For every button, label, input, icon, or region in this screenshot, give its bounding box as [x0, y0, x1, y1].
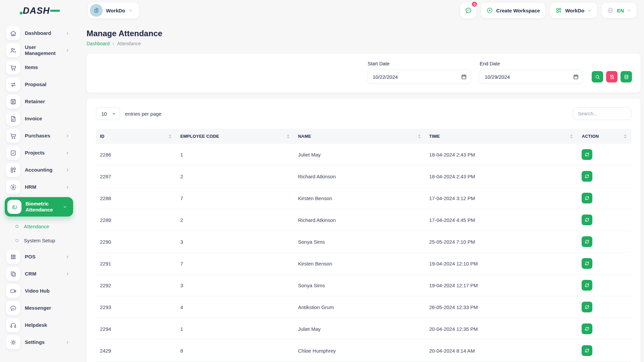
cart-icon [6, 60, 20, 74]
sidebar-item-purchases[interactable]: Purchases [6, 129, 72, 143]
sidebar-item-hrm[interactable]: HRM [6, 180, 72, 194]
table-search-input[interactable] [573, 107, 631, 120]
workspace-name: WorkDo [106, 8, 125, 13]
sidebar-item-label: Invoice [25, 116, 72, 122]
cell-employee-code: 3 [176, 275, 294, 296]
row-sync-button[interactable] [582, 193, 592, 203]
sidebar-item-label: Dashboard [25, 30, 65, 36]
clear-filter-button[interactable] [606, 71, 618, 82]
row-sync-button[interactable] [582, 215, 592, 225]
chevron-right-icon [65, 255, 70, 259]
messages-button[interactable]: 0 [460, 2, 476, 18]
workspace-switcher[interactable]: WorkDo [88, 2, 139, 18]
cell-name: Juliet May [294, 318, 425, 340]
row-sync-button[interactable] [582, 323, 592, 334]
sort-icon[interactable] [570, 134, 573, 138]
row-sync-button[interactable] [582, 258, 592, 269]
sidebar-item-messenger[interactable]: Messenger [6, 301, 72, 315]
cell-time: 18-04-2024 2:43 PM [425, 166, 578, 187]
sidebar-item-biometric-attendance[interactable]: Biometric Attendance [5, 197, 73, 217]
cell-employee-code: 2 [176, 209, 294, 231]
cell-name: Richard Atkinson [294, 209, 425, 231]
svg-text:DASH: DASH [23, 6, 50, 16]
sidebar-item-items[interactable]: Items [6, 60, 72, 74]
column-header-action[interactable]: ACTION [578, 129, 631, 144]
sidebar-item-label: POS [25, 254, 65, 260]
plus-circle-icon [486, 7, 493, 14]
apps-menu-label: WorkDo [565, 8, 584, 13]
sidebar-item-pos[interactable]: POS [6, 250, 72, 264]
language-menu-button[interactable]: EN [602, 3, 637, 18]
sidebar-item-label: CRM [25, 271, 65, 277]
create-workspace-button[interactable]: Create Workspace [481, 3, 545, 18]
sidebar-item-crm[interactable]: CRM [6, 267, 72, 281]
grid-plus-icon [6, 163, 20, 177]
sort-icon[interactable] [418, 134, 421, 138]
refresh-icon [584, 348, 590, 353]
chevron-down-icon [587, 8, 592, 13]
cell-name: Kirsten Benson [294, 187, 425, 209]
sidebar-item-dashboard[interactable]: Dashboard [6, 26, 72, 40]
row-sync-button[interactable] [582, 171, 592, 182]
search-icon [595, 74, 600, 80]
row-sync-button[interactable] [582, 149, 592, 160]
breadcrumb-dashboard-link[interactable]: Dashboard [87, 41, 110, 46]
row-sync-button[interactable] [582, 345, 592, 356]
column-header-employee-code[interactable]: EMPLOYEE CODE [176, 129, 294, 144]
cell-time: 17-04-2024 3:12 PM [425, 187, 578, 209]
sidebar-item-label: Messenger [25, 305, 72, 311]
end-date-input[interactable] [480, 70, 583, 84]
calendar-icon[interactable] [573, 74, 579, 80]
page-size-select[interactable]: 10 [96, 107, 120, 120]
start-date-input[interactable] [368, 70, 471, 84]
refresh-icon [584, 195, 590, 201]
chevron-right-icon [65, 134, 70, 138]
cell-time: 20-04-2024 12:35 PM [425, 318, 578, 340]
video-camera-icon [6, 284, 20, 298]
table-row: 2291 7 Kirsten Benson 19-04-2024 12:10 P… [96, 253, 631, 275]
cell-name: Juliet May [294, 144, 425, 166]
fingerprint-icon [7, 200, 21, 214]
apply-filter-button[interactable] [592, 71, 603, 82]
sidebar-subitem-attendance[interactable]: Attendance [6, 220, 76, 233]
cell-employee-code: 8 [176, 340, 294, 362]
cell-name: Chloe Humphrey [294, 340, 425, 362]
sidebar-item-proposal[interactable]: Proposal [6, 77, 72, 92]
sort-icon[interactable] [287, 134, 289, 138]
sidebar-subitem-system-setup[interactable]: System Setup [6, 234, 76, 247]
sort-icon[interactable] [624, 134, 627, 138]
sidebar-subitem-label: System Setup [24, 238, 55, 243]
column-header-name[interactable]: NAME [294, 129, 425, 144]
column-header-time[interactable]: TIME [425, 129, 578, 144]
sidebar-item-projects[interactable]: Projects [6, 146, 72, 160]
sidebar-item-video-hub[interactable]: Video Hub [6, 284, 72, 298]
cell-id: 2288 [96, 187, 176, 209]
sidebar-item-label: Items [25, 64, 72, 70]
create-workspace-label: Create Workspace [496, 8, 540, 13]
dash-logo-icon: DASH [19, 5, 60, 16]
row-sync-button[interactable] [582, 280, 592, 291]
sort-icon[interactable] [169, 134, 171, 138]
sidebar-item-user-management[interactable]: User Management [6, 43, 72, 57]
sidebar-item-label: Accounting [25, 167, 65, 173]
sync-attendance-button[interactable] [621, 71, 632, 82]
apps-menu-button[interactable]: WorkDo [550, 3, 597, 18]
sidebar-item-label: Video Hub [25, 288, 72, 294]
cell-name: Sonya Sims [294, 275, 425, 296]
sidebar-item-label: Helpdesk [25, 322, 72, 328]
sidebar-item-accounting[interactable]: Accounting [6, 163, 72, 177]
logo[interactable]: DASH [0, 5, 76, 16]
row-sync-button[interactable] [582, 302, 592, 312]
row-sync-button[interactable] [582, 236, 592, 247]
sidebar-item-retainer[interactable]: Retainer [6, 95, 72, 109]
sidebar-item-label: Projects [25, 150, 65, 156]
chevron-right-icon [65, 272, 70, 276]
calendar-icon[interactable] [461, 74, 467, 80]
sidebar-item-helpdesk[interactable]: Helpdesk [6, 318, 72, 332]
cell-id: 2291 [96, 253, 176, 275]
attendance-table-card: 10 entries per page ID EMPLOYEE CODE [87, 99, 641, 362]
sidebar-item-invoice[interactable]: Invoice [6, 112, 72, 126]
sidebar-item-settings[interactable]: Settings [6, 335, 72, 349]
column-header-id[interactable]: ID [96, 129, 176, 144]
table-row: 2286 1 Juliet May 18-04-2024 2:43 PM [96, 144, 631, 166]
